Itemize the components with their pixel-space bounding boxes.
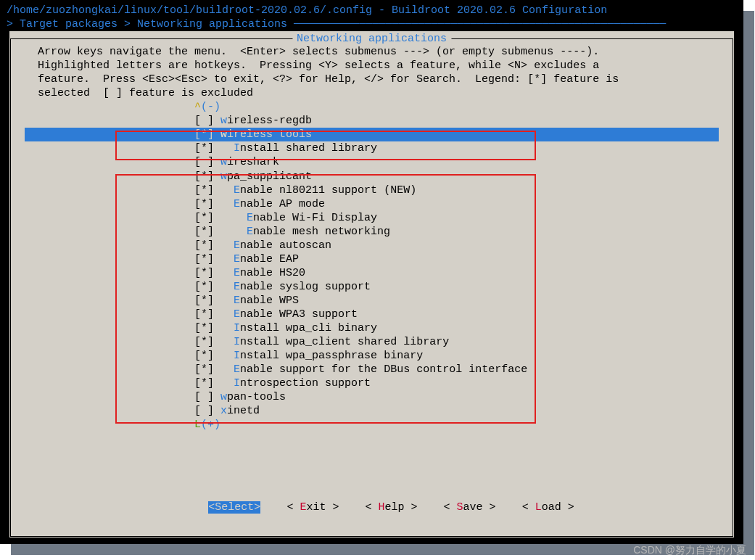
hotkey-letter: E <box>234 253 240 265</box>
menu-item-label: nable WPA3 support <box>240 308 358 321</box>
checkbox-mark[interactable]: [*] <box>194 336 214 348</box>
menu-item[interactable]: [ ] wireshark <box>25 155 719 169</box>
checkbox-mark[interactable]: [*] <box>194 363 214 376</box>
menu-item[interactable]: [*] Enable WPA3 support <box>25 308 719 321</box>
checkbox-mark[interactable]: [*] <box>194 128 214 141</box>
menu-item[interactable]: [*] Enable autoscan <box>25 239 719 252</box>
scroll-down-indicator[interactable]: L(+) <box>25 418 719 432</box>
menu-item-label: nable support for the DBus control inter… <box>240 363 527 376</box>
hotkey-letter: w <box>220 170 227 183</box>
help-button[interactable]: < Help > <box>365 501 417 514</box>
config-path-title: /home/zuozhongkai/linux/tool/buildroot-2… <box>1 1 743 17</box>
menu-item[interactable]: [*] Introspection support <box>25 376 719 390</box>
menu-item[interactable]: [*] Enable mesh networking <box>25 225 719 239</box>
scroll-up-indicator[interactable]: ^(-) <box>25 100 719 114</box>
menu-item-label: nstall wpa_client shared library <box>240 336 449 348</box>
checkbox-mark[interactable]: [*] <box>194 212 214 224</box>
menu-item[interactable]: [*] Install wpa_passphrase binary <box>25 349 719 363</box>
hotkey-letter: w <box>220 156 227 168</box>
menu-item-label: nable syslog support <box>240 281 371 293</box>
menu-item-label: pa_supplicant <box>227 170 312 183</box>
menu-item[interactable]: [*] wpa_supplicant <box>25 170 719 184</box>
checkbox-mark[interactable]: [*] <box>194 308 214 321</box>
checkbox-mark[interactable]: [*] <box>194 226 214 238</box>
menu-item-label: ireshark <box>227 156 279 168</box>
hotkey-letter: E <box>234 295 240 307</box>
checkbox-mark[interactable]: [*] <box>194 184 214 197</box>
checkbox-mark[interactable]: [ ] <box>194 391 214 403</box>
menu-item[interactable]: [*] Enable WPS <box>25 294 719 308</box>
breadcrumb-arrow: > <box>7 18 20 30</box>
menu-item-label: nstall shared library <box>240 142 377 155</box>
checkbox-mark[interactable]: [*] <box>194 267 214 279</box>
panel-title: Networking applications <box>292 32 451 46</box>
checkbox-mark[interactable]: [*] <box>194 350 214 362</box>
hotkey-letter: I <box>234 336 240 348</box>
menu-item[interactable]: [*] Install wpa_cli binary <box>25 321 719 335</box>
hotkey-letter: E <box>234 184 240 197</box>
menu-item-label: inetd <box>227 405 260 417</box>
menu-item[interactable]: [*] Enable support for the DBus control … <box>25 363 719 376</box>
menu-item-label: nable autoscan <box>240 239 331 252</box>
menu-item-label: nstall wpa_cli binary <box>240 322 377 334</box>
menu-item[interactable]: [*] Install wpa_client shared library <box>25 335 719 349</box>
save-button[interactable]: < Save > <box>444 501 496 514</box>
hotkey-letter: E <box>234 198 240 210</box>
checkbox-mark[interactable]: [*] <box>194 198 214 210</box>
load-button[interactable]: < Load > <box>522 501 574 514</box>
menu-panel: Networking applications Arrow keys navig… <box>9 31 734 538</box>
menu-item[interactable]: [ ] wireless-regdb <box>25 114 719 128</box>
breadcrumb-sep: > <box>117 18 137 30</box>
menu-item[interactable]: [*] Enable syslog support <box>25 280 719 294</box>
menu-item[interactable]: [*] Enable Wi-Fi Display <box>25 211 719 225</box>
menu-item-label: nable WPS <box>240 295 299 307</box>
menu-item-label: ntrospection support <box>240 377 371 390</box>
menu-item[interactable]: [*] Install shared library <box>25 141 719 155</box>
breadcrumb-networking: Networking applications <box>137 18 287 30</box>
select-button[interactable]: <Select> <box>208 501 260 514</box>
menu-item-label: nable HS20 <box>240 267 305 279</box>
checkbox-mark[interactable]: [ ] <box>194 115 214 127</box>
checkbox-mark[interactable]: [*] <box>194 281 214 293</box>
button-bar: <Select> < Exit > < Help > < Save > < Lo… <box>10 487 733 528</box>
menu-item-label: nable mesh networking <box>253 226 390 238</box>
checkbox-mark[interactable]: [*] <box>194 239 214 252</box>
checkbox-mark[interactable]: [*] <box>194 322 214 334</box>
hotkey-letter: E <box>234 281 240 293</box>
checkbox-mark[interactable]: [ ] <box>194 405 214 417</box>
menu-item-label: nable nl80211 support (NEW) <box>240 184 416 197</box>
menu-item[interactable]: [*] Enable nl80211 support (NEW) <box>25 184 719 197</box>
hotkey-letter: I <box>234 142 240 155</box>
checkbox-mark[interactable]: [*] <box>194 142 214 155</box>
hotkey-letter: w <box>220 391 227 403</box>
hotkey-letter: I <box>234 350 240 362</box>
hotkey-letter: E <box>247 226 253 238</box>
watermark: CSDN @努力自学的小夏 <box>633 544 746 557</box>
hotkey-letter: x <box>220 405 227 417</box>
checkbox-mark[interactable]: [*] <box>194 253 214 265</box>
menu-item[interactable]: [ ] wpan-tools <box>25 390 719 404</box>
menu-item[interactable]: [*] wireless tools <box>25 128 719 141</box>
checkbox-mark[interactable]: [*] <box>194 377 214 390</box>
hotkey-letter: E <box>234 363 240 376</box>
menu-item[interactable]: [ ] xinetd <box>25 404 719 418</box>
hotkey-letter: I <box>234 377 240 390</box>
hotkey-letter: w <box>220 115 227 127</box>
menu-item-label: nstall wpa_passphrase binary <box>240 350 423 362</box>
hotkey-letter: E <box>234 308 240 321</box>
menu-item[interactable]: [*] Enable HS20 <box>25 266 719 280</box>
menu-item[interactable]: [*] Enable AP mode <box>25 197 719 211</box>
hotkey-letter: E <box>234 267 240 279</box>
checkbox-mark[interactable]: [*] <box>194 170 214 183</box>
checkbox-mark[interactable]: [ ] <box>194 156 214 168</box>
hotkey-letter: E <box>247 212 253 224</box>
exit-button[interactable]: < Exit > <box>286 501 339 514</box>
menu-item-label: ireless tools <box>227 128 312 141</box>
menu-item-label: nable Wi-Fi Display <box>253 212 377 224</box>
terminal-window: /home/zuozhongkai/linux/tool/buildroot-2… <box>0 0 743 544</box>
menu-item[interactable]: [*] Enable EAP <box>25 252 719 266</box>
checkbox-mark[interactable]: [*] <box>194 295 214 307</box>
breadcrumb: > Target packages > Networking applicati… <box>1 17 743 31</box>
hotkey-letter: I <box>234 322 240 334</box>
menu-item-label: nable AP mode <box>240 198 325 210</box>
